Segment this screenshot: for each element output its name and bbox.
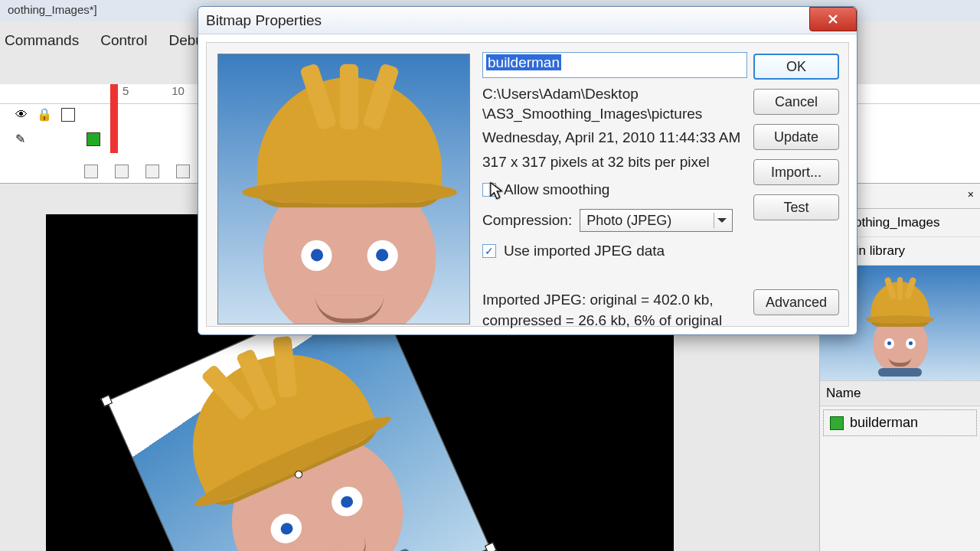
visibility-icon[interactable]: 👁	[15, 108, 28, 122]
dialog-titlebar[interactable]: Bitmap Properties	[198, 7, 857, 34]
cancel-button[interactable]: Cancel	[753, 89, 839, 115]
dialog-title: Bitmap Properties	[206, 12, 322, 29]
playhead-line	[113, 104, 115, 150]
use-imported-label: Use imported JPEG data	[504, 243, 665, 259]
chevron-down-icon	[714, 213, 729, 228]
use-imported-row: Use imported JPEG data	[482, 243, 747, 259]
library-item-name: builderman	[850, 415, 918, 431]
bitmap-dimensions: 317 x 317 pixels at 32 bits per pixel	[482, 154, 747, 171]
lock-icon[interactable]: 🔒	[37, 107, 52, 122]
library-column-header[interactable]: Name	[820, 380, 980, 406]
timeline-btn[interactable]	[84, 165, 98, 178]
host-title: oothing_Images*]	[8, 3, 97, 16]
library-item[interactable]: builderman	[823, 409, 977, 436]
compression-select[interactable]: Photo (JPEG)	[580, 209, 733, 232]
bitmap-properties-dialog: Bitmap Properties builderman C:\Users\Ad…	[198, 6, 858, 335]
import-info: Imported JPEG: original = 402.0 kb, comp…	[482, 290, 747, 331]
menu-control[interactable]: Control	[100, 32, 147, 49]
allow-smoothing-label: Allow smoothing	[504, 181, 609, 198]
update-button[interactable]: Update	[753, 124, 839, 150]
dialog-fields: builderman C:\Users\Adam\Desktop \AS3_Sm…	[482, 52, 747, 331]
ok-button[interactable]: OK	[753, 54, 839, 80]
bitmap-name-input[interactable]: builderman	[482, 52, 747, 78]
outline-swatch[interactable]	[61, 108, 75, 122]
compression-value: Photo (JPEG)	[586, 213, 671, 229]
layer-icons: 👁 🔒	[15, 107, 75, 122]
ruler-mark: 5	[122, 84, 168, 97]
allow-smoothing-row: Allow smoothing	[482, 181, 747, 198]
builderman-graphic	[217, 54, 470, 324]
timeline-btn[interactable]	[176, 165, 190, 178]
pencil-icon: ✎	[15, 132, 25, 146]
dialog-body: builderman C:\Users\Adam\Desktop \AS3_Sm…	[206, 42, 849, 327]
allow-smoothing-checkbox[interactable]	[482, 183, 496, 197]
layer-color-swatch[interactable]	[87, 132, 100, 146]
bitmap-date: Wednesday, April 21, 2010 11:44:33 AM	[482, 129, 747, 146]
compression-label: Compression:	[482, 212, 572, 229]
timeline-controls	[84, 165, 190, 178]
use-imported-checkbox[interactable]	[482, 244, 496, 258]
test-button[interactable]: Test	[753, 194, 839, 220]
timeline-btn[interactable]	[115, 165, 129, 178]
advanced-button[interactable]: Advanced	[753, 289, 839, 315]
close-icon[interactable]: ×	[968, 188, 974, 201]
bitmap-preview	[217, 54, 470, 324]
bitmap-name-value: builderman	[486, 54, 561, 70]
compression-row: Compression: Photo (JPEG)	[482, 209, 747, 232]
menu-commands[interactable]: Commands	[5, 32, 79, 49]
layer-row[interactable]: ✎	[15, 132, 100, 146]
builderman-graphic	[854, 273, 946, 380]
bitmap-path: C:\Users\Adam\Desktop \AS3_Smoothing_Ima…	[482, 84, 747, 123]
import-button[interactable]: Import...	[753, 159, 839, 185]
timeline-btn[interactable]	[145, 165, 159, 178]
dialog-buttons: OK Cancel Update Import... Test	[753, 54, 839, 220]
dialog-close-button[interactable]	[809, 7, 857, 31]
bitmap-icon	[830, 416, 844, 430]
close-icon	[826, 12, 840, 26]
